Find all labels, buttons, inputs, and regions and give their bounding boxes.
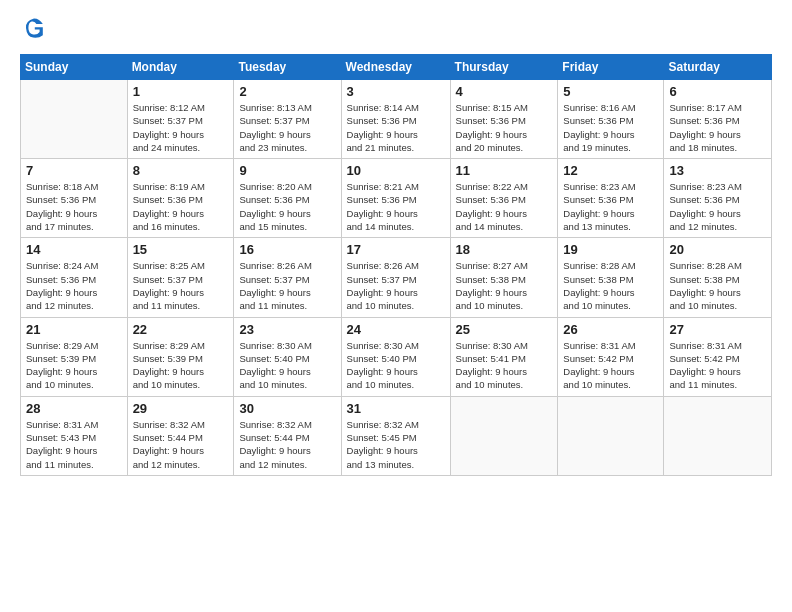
- calendar-day-cell: 23Sunrise: 8:30 AM Sunset: 5:40 PM Dayli…: [234, 317, 341, 396]
- calendar-day-cell: 22Sunrise: 8:29 AM Sunset: 5:39 PM Dayli…: [127, 317, 234, 396]
- calendar-week-row: 1Sunrise: 8:12 AM Sunset: 5:37 PM Daylig…: [21, 80, 772, 159]
- day-number: 6: [669, 84, 766, 99]
- day-number: 23: [239, 322, 335, 337]
- day-number: 31: [347, 401, 445, 416]
- day-number: 18: [456, 242, 553, 257]
- calendar-day-cell: 4Sunrise: 8:15 AM Sunset: 5:36 PM Daylig…: [450, 80, 558, 159]
- day-info: Sunrise: 8:17 AM Sunset: 5:36 PM Dayligh…: [669, 101, 766, 154]
- calendar-day-cell: 5Sunrise: 8:16 AM Sunset: 5:36 PM Daylig…: [558, 80, 664, 159]
- day-info: Sunrise: 8:29 AM Sunset: 5:39 PM Dayligh…: [133, 339, 229, 392]
- day-number: 27: [669, 322, 766, 337]
- day-info: Sunrise: 8:27 AM Sunset: 5:38 PM Dayligh…: [456, 259, 553, 312]
- day-number: 29: [133, 401, 229, 416]
- day-info: Sunrise: 8:24 AM Sunset: 5:36 PM Dayligh…: [26, 259, 122, 312]
- day-info: Sunrise: 8:16 AM Sunset: 5:36 PM Dayligh…: [563, 101, 658, 154]
- day-info: Sunrise: 8:23 AM Sunset: 5:36 PM Dayligh…: [563, 180, 658, 233]
- calendar-week-row: 28Sunrise: 8:31 AM Sunset: 5:43 PM Dayli…: [21, 396, 772, 475]
- day-info: Sunrise: 8:20 AM Sunset: 5:36 PM Dayligh…: [239, 180, 335, 233]
- day-info: Sunrise: 8:28 AM Sunset: 5:38 PM Dayligh…: [563, 259, 658, 312]
- day-info: Sunrise: 8:13 AM Sunset: 5:37 PM Dayligh…: [239, 101, 335, 154]
- day-info: Sunrise: 8:30 AM Sunset: 5:41 PM Dayligh…: [456, 339, 553, 392]
- calendar-day-cell: 11Sunrise: 8:22 AM Sunset: 5:36 PM Dayli…: [450, 159, 558, 238]
- calendar-day-cell: 24Sunrise: 8:30 AM Sunset: 5:40 PM Dayli…: [341, 317, 450, 396]
- day-number: 25: [456, 322, 553, 337]
- day-info: Sunrise: 8:14 AM Sunset: 5:36 PM Dayligh…: [347, 101, 445, 154]
- day-number: 10: [347, 163, 445, 178]
- calendar-day-cell: 2Sunrise: 8:13 AM Sunset: 5:37 PM Daylig…: [234, 80, 341, 159]
- day-number: 7: [26, 163, 122, 178]
- calendar-day-cell: 25Sunrise: 8:30 AM Sunset: 5:41 PM Dayli…: [450, 317, 558, 396]
- day-number: 1: [133, 84, 229, 99]
- page-container: SundayMondayTuesdayWednesdayThursdayFrid…: [0, 0, 792, 612]
- day-info: Sunrise: 8:19 AM Sunset: 5:36 PM Dayligh…: [133, 180, 229, 233]
- calendar-day-cell: 28Sunrise: 8:31 AM Sunset: 5:43 PM Dayli…: [21, 396, 128, 475]
- day-number: 5: [563, 84, 658, 99]
- day-info: Sunrise: 8:23 AM Sunset: 5:36 PM Dayligh…: [669, 180, 766, 233]
- day-number: 30: [239, 401, 335, 416]
- day-of-week-header: Wednesday: [341, 55, 450, 80]
- day-info: Sunrise: 8:28 AM Sunset: 5:38 PM Dayligh…: [669, 259, 766, 312]
- calendar-day-cell: [558, 396, 664, 475]
- day-info: Sunrise: 8:31 AM Sunset: 5:43 PM Dayligh…: [26, 418, 122, 471]
- day-number: 2: [239, 84, 335, 99]
- day-of-week-header: Friday: [558, 55, 664, 80]
- day-info: Sunrise: 8:31 AM Sunset: 5:42 PM Dayligh…: [563, 339, 658, 392]
- day-number: 22: [133, 322, 229, 337]
- calendar-day-cell: 20Sunrise: 8:28 AM Sunset: 5:38 PM Dayli…: [664, 238, 772, 317]
- day-info: Sunrise: 8:12 AM Sunset: 5:37 PM Dayligh…: [133, 101, 229, 154]
- day-number: 12: [563, 163, 658, 178]
- day-number: 16: [239, 242, 335, 257]
- day-info: Sunrise: 8:26 AM Sunset: 5:37 PM Dayligh…: [239, 259, 335, 312]
- day-of-week-header: Tuesday: [234, 55, 341, 80]
- calendar-week-row: 7Sunrise: 8:18 AM Sunset: 5:36 PM Daylig…: [21, 159, 772, 238]
- day-info: Sunrise: 8:32 AM Sunset: 5:44 PM Dayligh…: [239, 418, 335, 471]
- calendar-day-cell: 19Sunrise: 8:28 AM Sunset: 5:38 PM Dayli…: [558, 238, 664, 317]
- logo-icon: [22, 16, 46, 40]
- calendar-day-cell: 27Sunrise: 8:31 AM Sunset: 5:42 PM Dayli…: [664, 317, 772, 396]
- calendar-day-cell: 3Sunrise: 8:14 AM Sunset: 5:36 PM Daylig…: [341, 80, 450, 159]
- day-info: Sunrise: 8:30 AM Sunset: 5:40 PM Dayligh…: [239, 339, 335, 392]
- day-number: 14: [26, 242, 122, 257]
- day-number: 9: [239, 163, 335, 178]
- calendar-table: SundayMondayTuesdayWednesdayThursdayFrid…: [20, 54, 772, 476]
- day-number: 3: [347, 84, 445, 99]
- calendar-day-cell: 10Sunrise: 8:21 AM Sunset: 5:36 PM Dayli…: [341, 159, 450, 238]
- header: [20, 16, 772, 44]
- calendar-day-cell: 18Sunrise: 8:27 AM Sunset: 5:38 PM Dayli…: [450, 238, 558, 317]
- day-of-week-header: Saturday: [664, 55, 772, 80]
- day-number: 11: [456, 163, 553, 178]
- day-of-week-header: Sunday: [21, 55, 128, 80]
- calendar-day-cell: 13Sunrise: 8:23 AM Sunset: 5:36 PM Dayli…: [664, 159, 772, 238]
- calendar-day-cell: 15Sunrise: 8:25 AM Sunset: 5:37 PM Dayli…: [127, 238, 234, 317]
- day-info: Sunrise: 8:18 AM Sunset: 5:36 PM Dayligh…: [26, 180, 122, 233]
- calendar-day-cell: 16Sunrise: 8:26 AM Sunset: 5:37 PM Dayli…: [234, 238, 341, 317]
- calendar-day-cell: 21Sunrise: 8:29 AM Sunset: 5:39 PM Dayli…: [21, 317, 128, 396]
- day-number: 15: [133, 242, 229, 257]
- logo: [20, 16, 48, 44]
- day-info: Sunrise: 8:29 AM Sunset: 5:39 PM Dayligh…: [26, 339, 122, 392]
- day-number: 17: [347, 242, 445, 257]
- day-number: 26: [563, 322, 658, 337]
- day-number: 24: [347, 322, 445, 337]
- day-of-week-header: Monday: [127, 55, 234, 80]
- day-number: 28: [26, 401, 122, 416]
- day-number: 21: [26, 322, 122, 337]
- calendar-day-cell: [450, 396, 558, 475]
- day-info: Sunrise: 8:22 AM Sunset: 5:36 PM Dayligh…: [456, 180, 553, 233]
- calendar-day-cell: 12Sunrise: 8:23 AM Sunset: 5:36 PM Dayli…: [558, 159, 664, 238]
- calendar-day-cell: 17Sunrise: 8:26 AM Sunset: 5:37 PM Dayli…: [341, 238, 450, 317]
- day-info: Sunrise: 8:32 AM Sunset: 5:45 PM Dayligh…: [347, 418, 445, 471]
- calendar-day-cell: 29Sunrise: 8:32 AM Sunset: 5:44 PM Dayli…: [127, 396, 234, 475]
- calendar-day-cell: 30Sunrise: 8:32 AM Sunset: 5:44 PM Dayli…: [234, 396, 341, 475]
- calendar-week-row: 14Sunrise: 8:24 AM Sunset: 5:36 PM Dayli…: [21, 238, 772, 317]
- calendar-week-row: 21Sunrise: 8:29 AM Sunset: 5:39 PM Dayli…: [21, 317, 772, 396]
- day-number: 13: [669, 163, 766, 178]
- day-info: Sunrise: 8:32 AM Sunset: 5:44 PM Dayligh…: [133, 418, 229, 471]
- calendar-day-cell: 1Sunrise: 8:12 AM Sunset: 5:37 PM Daylig…: [127, 80, 234, 159]
- calendar-day-cell: 7Sunrise: 8:18 AM Sunset: 5:36 PM Daylig…: [21, 159, 128, 238]
- calendar-day-cell: 31Sunrise: 8:32 AM Sunset: 5:45 PM Dayli…: [341, 396, 450, 475]
- calendar-day-cell: 8Sunrise: 8:19 AM Sunset: 5:36 PM Daylig…: [127, 159, 234, 238]
- calendar-day-cell: 9Sunrise: 8:20 AM Sunset: 5:36 PM Daylig…: [234, 159, 341, 238]
- calendar-day-cell: [21, 80, 128, 159]
- day-number: 4: [456, 84, 553, 99]
